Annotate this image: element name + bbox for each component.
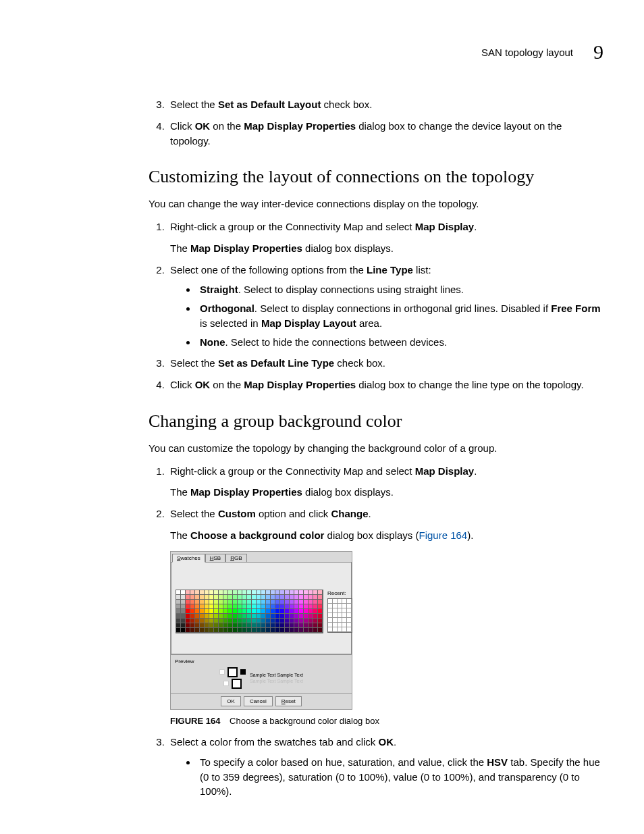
s2-step2-text: Select the Custom option and click Chang…: [170, 508, 371, 519]
preview-swatch-icon: [240, 669, 246, 675]
s1-step4-text: Click OK on the Map Display Properties d…: [170, 379, 584, 390]
bullet-hsv: To specify a color based on hue, saturat…: [197, 755, 603, 799]
tab-hsb[interactable]: HSB: [205, 554, 225, 563]
section2-heading: Changing a group background color: [149, 411, 603, 432]
s1-step3-text: Select the Set as Default Line Type chec…: [170, 357, 385, 369]
preview-text: Sample Text Sample Text Sample Text Samp…: [250, 672, 303, 684]
page-content: Select the Set as Default Layout check b…: [149, 97, 603, 799]
preview-swatch-icon: [227, 667, 238, 677]
step-4-text: Click OK on the Map Display Properties d…: [170, 120, 562, 147]
preview-section: Preview: [171, 654, 352, 693]
figure-caption: FIGURE 164 Choose a background color dia…: [170, 715, 603, 728]
swatch-grid[interactable]: [176, 590, 323, 633]
ok-button[interactable]: OK: [221, 696, 241, 707]
preview-swatch-icon: [219, 669, 225, 675]
page-header: SAN topology layout 9: [41, 41, 603, 63]
s2-step3-text: Select a color from the swatches tab and…: [170, 736, 396, 748]
intro-steps: Select the Set as Default Layout check b…: [149, 97, 603, 148]
step-4: Click OK on the Map Display Properties d…: [167, 119, 603, 149]
s2-step2-sub: The Choose a background color dialog box…: [170, 528, 603, 543]
s2-step3: Select a color from the swatches tab and…: [167, 735, 603, 799]
header-title: SAN topology layout: [481, 47, 573, 58]
preview-row: Sample Text Sample Text Sample Text Samp…: [175, 667, 348, 689]
tab-swatches[interactable]: Swatches: [172, 554, 205, 563]
s1-step2-text: Select one of the following options from…: [170, 264, 431, 276]
figure-164: Swatches HSB RGB Recent: Pre: [170, 551, 603, 729]
recent-block: Recent:: [327, 590, 352, 633]
swatches-panel: Recent:: [171, 562, 352, 654]
section2-steps: Right-click a group or the Connectivity …: [149, 464, 603, 800]
s1-step1: Right-click a group or the Connectivity …: [167, 219, 603, 256]
section2-intro: You can customize the topology by changi…: [149, 441, 603, 456]
recent-grid[interactable]: [327, 598, 352, 633]
s1-step2: Select one of the following options from…: [167, 263, 603, 350]
preview-label: Preview: [175, 658, 348, 666]
section1-intro: You can change the way inter-device conn…: [149, 197, 603, 211]
s2-step1: Right-click a group or the Connectivity …: [167, 464, 603, 500]
color-dialog: Swatches HSB RGB Recent: Pre: [170, 551, 352, 710]
figure-label: FIGURE 164: [170, 716, 220, 726]
tab-swatches-rest: watches: [180, 555, 200, 561]
s1-step3: Select the Set as Default Line Type chec…: [167, 356, 603, 371]
s1-step1-sub: The Map Display Properties dialog box di…: [170, 241, 603, 256]
step-3-text: Select the Set as Default Layout check b…: [170, 99, 372, 110]
cancel-button[interactable]: Cancel: [244, 696, 273, 707]
sample-text-line1: Sample Text Sample Text: [250, 672, 303, 678]
recent-label: Recent:: [327, 590, 352, 598]
dialog-buttons: OK Cancel Reset: [171, 693, 352, 710]
reset-button[interactable]: Reset: [275, 696, 302, 707]
s1-step4: Click OK on the Map Display Properties d…: [167, 377, 603, 392]
tab-rgb[interactable]: RGB: [225, 554, 246, 563]
s2-step1-text: Right-click a group or the Connectivity …: [170, 465, 477, 477]
section1-steps: Right-click a group or the Connectivity …: [149, 219, 603, 392]
s1-step1-text: Right-click a group or the Connectivity …: [170, 221, 477, 232]
bullet-straight: Straight. Select to display connections …: [197, 282, 603, 297]
preview-swatch-icon: [232, 679, 242, 689]
step-3: Select the Set as Default Layout check b…: [167, 97, 603, 112]
s2-step3-bullets: To specify a color based on hue, saturat…: [170, 755, 603, 799]
bullet-orthogonal: Orthogonal. Select to display connection…: [197, 301, 603, 331]
figure-text: Choose a background color dialog box: [230, 716, 379, 726]
bullet-none: None. Select to hide the connections bet…: [197, 335, 603, 350]
section1-heading: Customizing the layout of connections on…: [149, 167, 603, 187]
dialog-tabs: Swatches HSB RGB: [171, 552, 352, 563]
chapter-number: 9: [593, 41, 603, 63]
s1-step2-bullets: Straight. Select to display connections …: [170, 282, 603, 349]
preview-swatch-icon: [223, 681, 229, 686]
s2-step1-sub: The Map Display Properties dialog box di…: [170, 485, 603, 500]
sample-text-line2: Sample Text Sample Text: [250, 678, 303, 684]
s2-step2: Select the Custom option and click Chang…: [167, 506, 603, 728]
